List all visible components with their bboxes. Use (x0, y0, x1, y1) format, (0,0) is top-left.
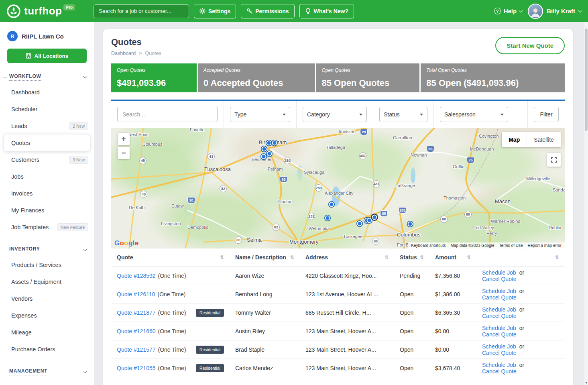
sidebar-item-vendors[interactable]: Vendors (0, 290, 94, 307)
map-marker[interactable] (408, 222, 413, 227)
quotes-search-input[interactable] (117, 107, 218, 122)
permissions-button[interactable]: Permissions (241, 4, 294, 18)
breadcrumb-dashboard[interactable]: Dashboard (111, 51, 136, 56)
sidebar-item-quotes[interactable]: Quotes (4, 134, 90, 151)
sort-icon[interactable]: ⇅ (220, 255, 224, 260)
sidebar-item-job-templates[interactable]: Job Templates New Feature (0, 219, 94, 236)
sidebar-item-jobs[interactable]: Jobs (0, 168, 94, 185)
sidebar-item-products-services[interactable]: Products / Services (0, 257, 94, 273)
map-marker[interactable] (267, 151, 272, 157)
scrollbar-down-arrow[interactable] (584, 380, 588, 385)
cancel-quote-link[interactable]: Cancel Quote (482, 276, 517, 282)
map-marker[interactable] (262, 147, 267, 152)
cancel-quote-link[interactable]: Cancel Quote (482, 331, 517, 338)
sort-icon[interactable]: ⇅ (467, 255, 471, 260)
map-view-button[interactable]: Map (502, 132, 527, 147)
stat-open-quotes-amount[interactable]: Open Quotes $491,093.96 (111, 63, 197, 92)
quote-link[interactable]: Quote #121660 (117, 328, 156, 334)
stat-open-quotes-count[interactable]: Open Quotes 85 Open Quotes (316, 63, 420, 92)
whats-new-button[interactable]: What's New? (299, 4, 354, 18)
sort-icon[interactable]: ⇅ (290, 255, 294, 260)
stat-accepted-quotes[interactable]: Accepted Quotes 0 Accepted Quotes (198, 63, 315, 92)
quote-link[interactable]: Quote #128592 (117, 273, 156, 279)
cancel-quote-link[interactable]: Cancel Quote (482, 294, 517, 301)
sidebar-item-mileage[interactable]: Mileage (0, 324, 94, 341)
schedule-job-link[interactable]: Schedule Job (482, 362, 516, 368)
status-value: Open (394, 346, 429, 353)
schedule-job-link[interactable]: Schedule Job (482, 343, 516, 350)
schedule-job-link[interactable]: Schedule Job (482, 288, 516, 294)
cancel-quote-link[interactable]: Cancel Quote (482, 368, 517, 375)
column-header-quote[interactable]: Quote ⇅ (111, 254, 230, 261)
sidebar-item-customers[interactable]: Customers 3 New (0, 151, 94, 168)
keyboard-shortcuts-link[interactable]: Keyboard shortcuts (411, 243, 446, 248)
type-select[interactable]: Type (230, 107, 290, 122)
sidebar-section-inventory[interactable]: INVENTORY (0, 243, 94, 257)
map-marker[interactable] (367, 218, 372, 223)
schedule-job-link[interactable]: Schedule Job (482, 325, 516, 331)
sort-icon[interactable]: ⇅ (555, 255, 559, 260)
column-header-name[interactable]: Name / Description ⇅ (230, 254, 300, 261)
quote-link[interactable]: Quote #121055 (117, 365, 156, 371)
stat-total-open[interactable]: Total Open Quotes 85 Open ($491,093.96) (421, 63, 565, 92)
app-logo[interactable]: turfhop Pro (6, 4, 89, 18)
sidebar-section-management[interactable]: MANAGEMENT (0, 365, 94, 379)
map-marker[interactable] (272, 141, 277, 146)
schedule-job-link[interactable]: Schedule Job (482, 269, 516, 276)
report-map-error-link[interactable]: Report a map error (528, 243, 562, 248)
zoom-in-button[interactable]: + (118, 133, 130, 145)
filter-button[interactable]: Filter (534, 107, 559, 122)
sidebar-item-expenses[interactable]: Expenses (0, 307, 94, 324)
sort-icon[interactable]: ⇅ (420, 255, 424, 260)
column-header-actions[interactable]: ⇅ (476, 255, 565, 260)
sort-icon[interactable]: ⇅ (385, 255, 389, 260)
cancel-quote-link[interactable]: Cancel Quote (482, 313, 517, 319)
quote-link[interactable]: Quote #126110 (117, 291, 155, 297)
fullscreen-button[interactable] (547, 153, 561, 167)
stats-row: Open Quotes $491,093.96 Accepted Quotes … (111, 63, 565, 92)
sidebar-item-dashboard[interactable]: Dashboard (0, 84, 94, 101)
sidebar-section-workflow[interactable]: WORKFLOW (0, 70, 94, 84)
page-scrollbar[interactable] (584, 22, 588, 385)
user-menu[interactable]: Billy Kraft (528, 4, 582, 19)
map-marker[interactable] (261, 154, 267, 159)
sidebar-item-leads[interactable]: Leads 2 New (0, 118, 94, 134)
help-menu[interactable]: ? Help (494, 8, 523, 14)
amount-value: $0.00 (429, 328, 476, 334)
sidebar-item-scheduler[interactable]: Scheduler (0, 101, 94, 118)
column-header-address[interactable]: Address ⇅ (300, 254, 394, 261)
column-header-amount[interactable]: Amount ⇅ (429, 254, 476, 261)
terms-of-use-link[interactable]: Terms of Use (499, 243, 523, 248)
global-search-input[interactable] (94, 4, 189, 18)
sidebar-item-purchase-orders[interactable]: Purchase Orders (0, 341, 94, 358)
map-canvas[interactable]: + − Map Satellite Google Keyboard shortc… (111, 128, 565, 249)
sidebar-section-reports[interactable]: REPORTS (0, 381, 94, 385)
quote-link[interactable]: Quote #121877 (117, 310, 156, 316)
type-select-value: Type (234, 111, 246, 118)
map-marker[interactable] (325, 216, 330, 221)
breadcrumb-separator: > (139, 51, 142, 56)
settings-button[interactable]: Settings (194, 4, 236, 18)
salesperson-select[interactable]: Salesperson (440, 107, 508, 122)
sidebar-item-assets-equipment[interactable]: Assets / Equipment (0, 273, 94, 290)
column-header-status[interactable]: Status ⇅ (394, 254, 429, 261)
satellite-view-button[interactable]: Satellite (527, 132, 561, 147)
zoom-out-button[interactable]: − (118, 147, 130, 159)
all-locations-button[interactable]: All Locations (7, 49, 87, 63)
map-marker[interactable] (372, 215, 377, 220)
page-title: Quotes (111, 37, 161, 47)
map-marker[interactable] (357, 221, 362, 226)
sidebar-item-invoices[interactable]: Invoices (0, 185, 94, 202)
cancel-quote-link[interactable]: Cancel Quote (482, 350, 517, 356)
schedule-job-link[interactable]: Schedule Job (482, 306, 516, 313)
status-select[interactable]: Status (379, 107, 427, 122)
map-marker[interactable] (329, 202, 334, 207)
company-switcher[interactable]: R RIIPL Lawn Co (0, 29, 94, 44)
breadcrumb: Dashboard > Quotes (111, 51, 161, 56)
scrollbar-thumb[interactable] (585, 29, 588, 131)
quote-link[interactable]: Quote #121577 (117, 346, 156, 353)
map-marker[interactable] (267, 141, 272, 146)
start-new-quote-button[interactable]: Start New Quote (495, 37, 565, 54)
sidebar-item-my-finances[interactable]: My Finances (0, 202, 94, 219)
category-select[interactable]: Category (303, 107, 367, 122)
